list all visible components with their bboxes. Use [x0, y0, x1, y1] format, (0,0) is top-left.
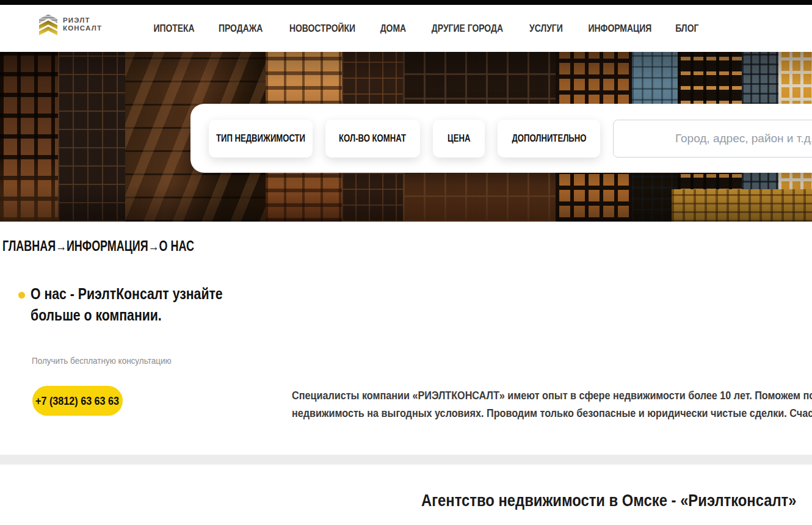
- nav-item-uslugi[interactable]: УСЛУГИ: [526, 21, 567, 37]
- breadcrumb: ГЛАВНАЯ→ИНФОРМАЦИЯ→О НАС: [2, 238, 248, 255]
- nav-item-ipoteka[interactable]: ИПОТЕКА: [149, 21, 199, 37]
- nav-item-informaciya[interactable]: ИНФОРМАЦИЯ: [581, 21, 659, 37]
- breadcrumb-information[interactable]: ИНФОРМАЦИЯ: [67, 238, 148, 254]
- search-filter-panel: ТИП НЕДВИЖИМОСТИ КОЛ-ВО КОМНАТ ЦЕНА ДОПО…: [190, 104, 812, 173]
- logo-line2: КОНСАЛТ: [63, 24, 102, 32]
- page-title-line1: О нас - РиэлтКонсалт узнайте: [31, 283, 223, 305]
- nav-item-doma[interactable]: ДОМА: [377, 21, 409, 37]
- nav-item-novostroyki[interactable]: НОВОСТРОЙКИ: [282, 21, 363, 37]
- page-title: О нас - РиэлтКонсалт узнайте больше о ко…: [31, 283, 256, 326]
- breadcrumb-arrow-icon: →: [56, 238, 67, 254]
- breadcrumb-home[interactable]: ГЛАВНАЯ: [2, 238, 56, 254]
- about-paragraph: Специалисты компании «РИЭЛТКОНСАЛТ» имею…: [292, 387, 812, 422]
- location-search-input[interactable]: [613, 120, 812, 158]
- top-black-bar: [0, 0, 812, 5]
- nav-item-blog[interactable]: БЛОГ: [673, 21, 701, 37]
- breadcrumb-arrow-icon: →: [148, 238, 159, 254]
- consultation-label: Получить бесплатную консультацию: [32, 355, 187, 366]
- section-divider: [0, 455, 812, 465]
- phone-button[interactable]: +7 (3812) 63 63 63: [32, 386, 123, 416]
- yellow-bullet-icon: [18, 292, 25, 299]
- filter-rooms-button[interactable]: КОЛ-ВО КОМНАТ: [325, 120, 420, 158]
- agency-section-title: Агентство недвижимости в Омске - «Риэлтк…: [421, 491, 812, 510]
- filter-extra-button[interactable]: ДОПОЛНИТЕЛЬНО: [498, 120, 600, 158]
- nav-item-prodazha[interactable]: ПРОДАЖА: [214, 21, 267, 37]
- breadcrumb-about[interactable]: О НАС: [159, 238, 194, 254]
- filter-property-type-button[interactable]: ТИП НЕДВИЖИМОСТИ: [209, 120, 313, 158]
- page: РИЭЛТ КОНСАЛТ ИПОТЕКА ПРОДАЖА НОВОСТРОЙК…: [0, 0, 812, 525]
- hero-image: ТИП НЕДВИЖИМОСТИ КОЛ-ВО КОМНАТ ЦЕНА ДОПО…: [0, 52, 812, 222]
- site-header: РИЭЛТ КОНСАЛТ ИПОТЕКА ПРОДАЖА НОВОСТРОЙК…: [0, 5, 812, 52]
- page-title-line2: больше о компании.: [31, 305, 223, 326]
- filter-price-button[interactable]: ЦЕНА: [433, 120, 485, 158]
- logo[interactable]: РИЭЛТ КОНСАЛТ: [39, 13, 102, 35]
- nav-item-drugie-goroda[interactable]: ДРУГИЕ ГОРОДА: [424, 21, 511, 37]
- about-paragraph-line1: Специалисты компании «РИЭЛТКОНСАЛТ» имею…: [292, 387, 812, 405]
- logo-chevrons-icon: [39, 13, 57, 35]
- logo-line1: РИЭЛТ: [63, 16, 102, 24]
- about-paragraph-line2: недвижимость на выгодных условиях. Прово…: [292, 405, 812, 422]
- main-nav: ИПОТЕКА ПРОДАЖА НОВОСТРОЙКИ ДОМА ДРУГИЕ …: [149, 21, 701, 37]
- logo-text: РИЭЛТ КОНСАЛТ: [63, 16, 102, 32]
